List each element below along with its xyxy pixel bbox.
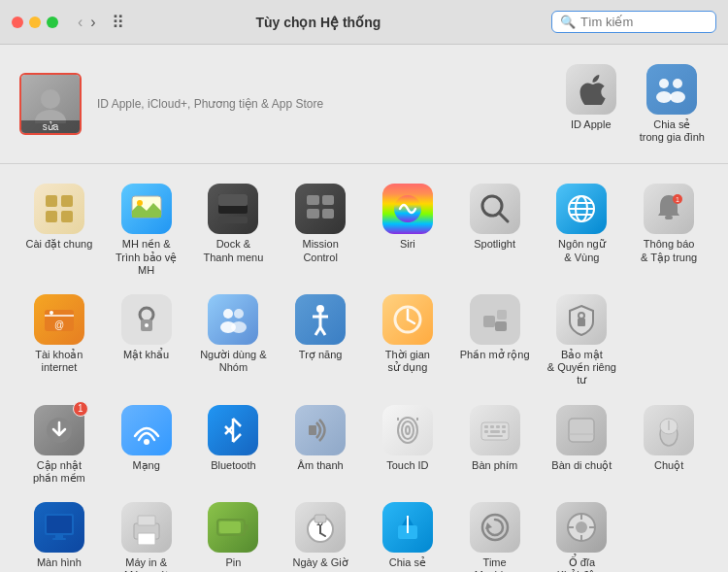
datetime-label: Ngày & Giờ bbox=[293, 556, 348, 569]
svg-rect-48 bbox=[483, 316, 495, 327]
icon-item-internet[interactable]: @Tài khoảninternet bbox=[16, 288, 103, 393]
internet-label: Tài khoảninternet bbox=[35, 349, 83, 374]
icon-item-bluetooth[interactable]: Bluetooth bbox=[190, 399, 278, 490]
icon-item-mouse[interactable]: Chuột bbox=[625, 399, 712, 490]
icon-item-printer[interactable]: Máy in &Máy quét bbox=[103, 496, 190, 572]
family-sharing-icon-item[interactable]: Chia sẻtrong gia đình bbox=[636, 58, 709, 150]
sound-icon bbox=[295, 405, 346, 455]
svg-rect-70 bbox=[502, 425, 506, 428]
icon-item-startup[interactable]: Ổ đĩaKhởi động bbox=[539, 496, 626, 572]
svg-rect-75 bbox=[569, 419, 594, 442]
profile-avatar-wrap[interactable]: sửa bbox=[19, 73, 82, 135]
updates-badge: 1 bbox=[73, 401, 88, 417]
timemachine-label: TimeMachine bbox=[475, 556, 515, 572]
general-label: Cài đặt chung bbox=[25, 238, 92, 251]
icon-item-touchid[interactable]: Touch ID bbox=[364, 399, 451, 490]
language-icon bbox=[556, 184, 607, 234]
icon-item-mission[interactable]: MissionControl bbox=[277, 178, 364, 283]
svg-point-35 bbox=[145, 323, 149, 327]
icon-item-extensions[interactable]: Phần mở rộng bbox=[451, 288, 539, 393]
svg-rect-73 bbox=[502, 430, 506, 433]
svg-rect-49 bbox=[497, 310, 507, 320]
edit-label[interactable]: sửa bbox=[21, 120, 80, 133]
maximize-button[interactable] bbox=[47, 17, 58, 28]
network-icon bbox=[121, 405, 172, 455]
icon-item-siri[interactable]: Siri bbox=[364, 178, 451, 283]
icon-item-battery[interactable]: Pin bbox=[190, 496, 278, 572]
svg-rect-7 bbox=[61, 195, 73, 207]
icon-item-wallpaper[interactable]: MH nền &Trình bảo vệ MH bbox=[103, 178, 190, 283]
mission-label: MissionControl bbox=[302, 238, 338, 263]
svg-point-31 bbox=[50, 311, 53, 315]
apple-id-icon-item[interactable]: ID Apple bbox=[562, 58, 620, 137]
svg-rect-69 bbox=[496, 425, 500, 428]
icon-item-empty2 bbox=[625, 496, 712, 572]
svg-rect-13 bbox=[218, 194, 248, 206]
touchid-icon bbox=[382, 405, 433, 455]
icons-grid: Cài đặt chungMH nền &Trình bảo vệ MHDock… bbox=[16, 178, 712, 572]
mission-icon bbox=[295, 184, 346, 234]
svg-point-40 bbox=[316, 305, 324, 313]
svg-point-39 bbox=[231, 321, 247, 333]
icons-section: Cài đặt chungMH nền &Trình bảo vệ MHDock… bbox=[0, 168, 728, 572]
svg-rect-16 bbox=[322, 195, 334, 205]
svg-rect-86 bbox=[138, 533, 155, 545]
right-icons-row: ID Apple Chia sẻtrong gia đình bbox=[562, 58, 709, 150]
notifications-icon: 1 bbox=[644, 184, 694, 234]
icon-item-trackpad[interactable]: Bàn di chuột bbox=[539, 399, 626, 490]
spotlight-label: Spotlight bbox=[474, 238, 515, 251]
startup-icon bbox=[556, 502, 607, 553]
icon-item-sound[interactable]: Âm thanh bbox=[277, 399, 364, 490]
svg-point-36 bbox=[223, 309, 233, 319]
svg-rect-27 bbox=[665, 216, 673, 219]
svg-rect-50 bbox=[495, 321, 507, 331]
icon-item-screentime[interactable]: Thời giansử dụng bbox=[364, 288, 451, 393]
search-input[interactable] bbox=[580, 15, 707, 29]
icon-item-notifications[interactable]: 1Thông báo& Tập trung bbox=[625, 178, 712, 283]
icon-item-dock[interactable]: Dock &Thanh menu bbox=[190, 178, 278, 283]
svg-rect-71 bbox=[484, 430, 488, 433]
icon-item-sharing[interactable]: Chia sẻ bbox=[364, 496, 451, 572]
svg-rect-8 bbox=[46, 211, 57, 222]
icon-item-security[interactable]: Bảo mật& Quyền riêng tư bbox=[539, 288, 626, 393]
datetime-icon: 17 bbox=[295, 502, 346, 553]
icon-item-password[interactable]: Mật khẩu bbox=[103, 288, 190, 393]
icon-item-general[interactable]: Cài đặt chung bbox=[16, 178, 103, 283]
svg-rect-9 bbox=[61, 211, 73, 222]
svg-rect-88 bbox=[245, 524, 248, 530]
icon-item-users[interactable]: Người dùng &Nhóm bbox=[190, 288, 278, 393]
svg-rect-83 bbox=[52, 538, 66, 540]
svg-point-3 bbox=[656, 91, 672, 103]
icon-item-keyboard[interactable]: Bàn phím bbox=[451, 399, 539, 490]
icon-item-updates[interactable]: 1Cập nhậtphần mềm bbox=[16, 399, 103, 490]
svg-point-5 bbox=[670, 91, 685, 103]
icon-item-spotlight[interactable]: Spotlight bbox=[451, 178, 539, 283]
mouse-icon bbox=[644, 405, 694, 455]
printer-label: Máy in &Máy quét bbox=[124, 556, 168, 572]
search-box[interactable]: 🔍 bbox=[551, 11, 716, 33]
back-arrow[interactable]: ‹ bbox=[76, 14, 84, 31]
siri-icon bbox=[382, 184, 433, 234]
icon-item-network[interactable]: Mạng bbox=[103, 399, 190, 490]
svg-rect-18 bbox=[322, 209, 334, 219]
icon-item-accessibility[interactable]: Trợ năng bbox=[277, 288, 364, 393]
svg-rect-67 bbox=[484, 425, 488, 428]
svg-rect-6 bbox=[46, 195, 57, 207]
close-button[interactable] bbox=[12, 17, 23, 28]
apple-id-label: ID Apple bbox=[571, 118, 612, 131]
keyboard-label: Bàn phím bbox=[472, 459, 517, 472]
titlebar: ‹ › ⠿ Tùy chọn Hệ thống 🔍 bbox=[0, 0, 728, 45]
profile-info: ID Apple, iCloud+, Phương tiện & App Sto… bbox=[97, 97, 323, 111]
icon-item-timemachine[interactable]: TimeMachine bbox=[451, 496, 539, 572]
svg-point-33 bbox=[140, 308, 153, 321]
family-sharing-label: Chia sẻtrong gia đình bbox=[640, 118, 705, 144]
extensions-label: Phần mở rộng bbox=[460, 349, 530, 361]
icon-item-datetime[interactable]: 17Ngày & Giờ bbox=[277, 496, 364, 572]
mouse-label: Chuột bbox=[654, 459, 683, 472]
icon-item-empty1 bbox=[625, 288, 712, 393]
icon-item-language[interactable]: Ngôn ngữ& Vùng bbox=[539, 178, 626, 283]
svg-point-0 bbox=[41, 89, 60, 109]
icon-item-display[interactable]: Màn hình bbox=[16, 496, 103, 572]
minimize-button[interactable] bbox=[29, 17, 41, 28]
svg-rect-74 bbox=[487, 435, 503, 437]
